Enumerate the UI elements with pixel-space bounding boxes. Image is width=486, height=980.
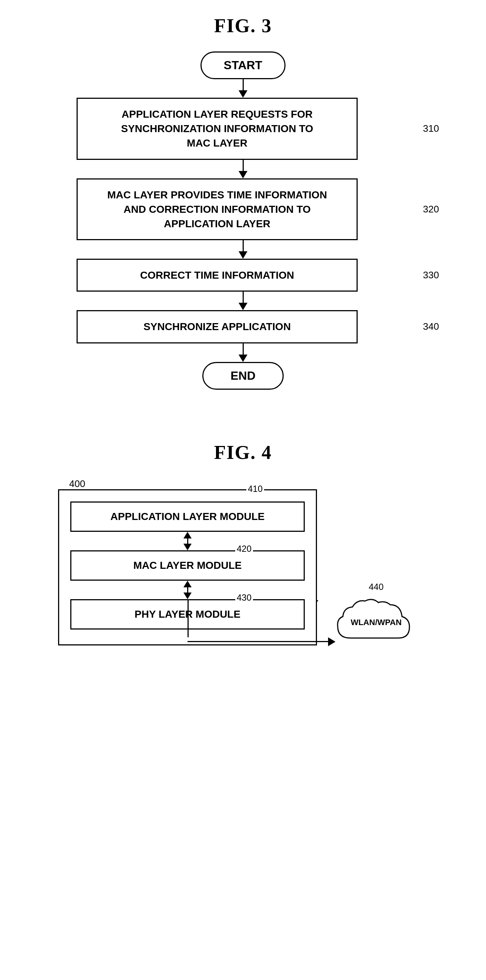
box-320: MAC LAYER PROVIDES TIME INFORMATIONAND C… xyxy=(76,178,358,240)
box-310-text: APPLICATION LAYER REQUESTS FORSYNCHRONIZ… xyxy=(121,108,313,149)
label-310: 310 xyxy=(423,123,439,134)
arrow-1 xyxy=(238,79,248,98)
fig4-section: FIG. 4 400 410 APPLICATION LAYER MODULE xyxy=(40,419,446,700)
box-310: APPLICATION LAYER REQUESTS FORSYNCHRONIZ… xyxy=(76,98,358,160)
fig4-label-420: 420 xyxy=(235,544,253,554)
cloud-text: WLAN/WPAN xyxy=(351,618,402,627)
label-320: 320 xyxy=(423,204,439,215)
box-340-text: SYNCHRONIZE APPLICATION xyxy=(143,321,291,332)
flowchart-fig3: START APPLICATION LAYER REQUESTS FORSYNC… xyxy=(76,51,410,390)
horiz-line-to-cloud xyxy=(187,637,335,646)
page-container: FIG. 3 START APPLICATION LAYER REQUESTS … xyxy=(0,0,486,715)
fig4-title: FIG. 4 xyxy=(214,442,272,463)
box-310-wrapper: APPLICATION LAYER REQUESTS FORSYNCHRONIZ… xyxy=(76,98,410,160)
cloud-label: 440 xyxy=(369,582,384,592)
fig4-module-420: MAC LAYER MODULE xyxy=(70,550,305,581)
start-node: START xyxy=(200,51,286,79)
horizontal-arrow xyxy=(317,600,318,601)
box-340-wrapper: SYNCHRONIZE APPLICATION 340 xyxy=(76,310,410,343)
fig4-label-410: 410 xyxy=(246,484,264,494)
label-330: 330 xyxy=(423,269,439,281)
box-330: CORRECT TIME INFORMATION xyxy=(76,259,358,292)
label-340: 340 xyxy=(423,321,439,332)
arrow-2 xyxy=(238,160,248,178)
box-320-text: MAC LAYER PROVIDES TIME INFORMATIONAND C… xyxy=(107,189,327,229)
fig4-label-430: 430 xyxy=(235,592,253,603)
cloud-section: 440 WLAN/WPAN xyxy=(335,582,417,653)
box-340: SYNCHRONIZE APPLICATION xyxy=(76,310,358,343)
box-320-wrapper: MAC LAYER PROVIDES TIME INFORMATIONAND C… xyxy=(76,178,410,240)
arrow-3 xyxy=(238,240,248,259)
end-node: END xyxy=(202,362,284,390)
arrow-4 xyxy=(238,292,248,310)
fig3-title: FIG. 3 xyxy=(214,15,272,37)
arrow-5 xyxy=(238,344,248,362)
box-330-wrapper: CORRECT TIME INFORMATION 330 xyxy=(76,259,410,292)
bidir-arrow-1 xyxy=(180,532,195,550)
cloud-icon: WLAN/WPAN xyxy=(335,593,417,653)
box-330-text: CORRECT TIME INFORMATION xyxy=(140,269,294,281)
fig4-module-410: APPLICATION LAYER MODULE xyxy=(70,501,305,532)
bidir-arrow-2 xyxy=(180,581,195,599)
fig4-outer-label: 400 xyxy=(69,478,85,490)
